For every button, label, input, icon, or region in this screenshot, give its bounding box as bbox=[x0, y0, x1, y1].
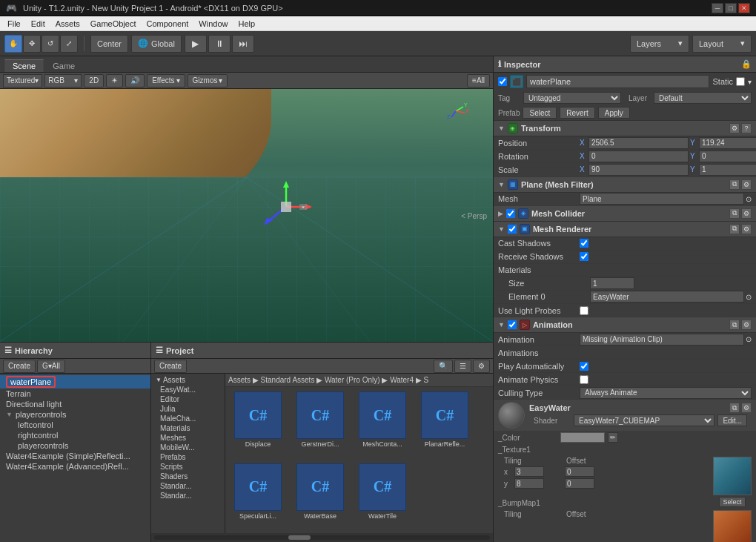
effects-dropdown[interactable]: Effects ▾ bbox=[147, 74, 185, 87]
tree-mobilew[interactable]: MobileW... bbox=[153, 443, 223, 452]
position-y[interactable] bbox=[699, 137, 756, 149]
tree-easywater[interactable]: EasyWat... bbox=[153, 385, 223, 394]
light-probes-checkbox[interactable] bbox=[580, 306, 588, 315]
gizmos-dropdown[interactable]: Gizmos ▾ bbox=[188, 74, 228, 87]
sound-toggle[interactable]: 🔊 bbox=[125, 74, 145, 87]
minimize-button[interactable]: ─ bbox=[712, 3, 723, 13]
asset-planarrefle[interactable]: C# PlanarRefle... bbox=[415, 390, 474, 459]
play-button[interactable]: ▶ bbox=[185, 35, 207, 53]
animation-select-icon[interactable]: ⊙ bbox=[746, 335, 752, 343]
viewport[interactable]: × Y X Z < Persp bbox=[0, 89, 493, 342]
play-auto-checkbox[interactable] bbox=[580, 362, 588, 371]
asset-waterbase[interactable]: C# WaterBase bbox=[291, 462, 350, 531]
tree-standard1[interactable]: Standar... bbox=[153, 481, 223, 491]
hierarchy-item-terrain[interactable]: Terrain bbox=[0, 389, 150, 399]
position-x[interactable] bbox=[588, 137, 689, 149]
asset-gerstnerdi[interactable]: C# GerstnerDi... bbox=[291, 390, 350, 459]
meshrenderer-section-header[interactable]: ▼ ▣ Mesh Renderer ⧉ ⚙ bbox=[494, 222, 756, 237]
tree-julia[interactable]: Julia bbox=[153, 404, 223, 414]
tool-move[interactable]: ✥ bbox=[23, 35, 41, 53]
lighting-toggle[interactable]: ☀ bbox=[106, 74, 123, 87]
tree-scripts[interactable]: Scripts bbox=[153, 462, 223, 472]
transform-docs-icon[interactable]: ? bbox=[741, 123, 752, 133]
hierarchy-item-playercontrols2[interactable]: playercontrols bbox=[0, 440, 150, 451]
color-swatch[interactable] bbox=[560, 432, 605, 443]
texture1-offset-y[interactable] bbox=[565, 478, 594, 489]
texture1-offset-x[interactable] bbox=[565, 466, 594, 477]
asset-watertile[interactable]: C# WaterTile bbox=[353, 462, 412, 531]
animation-enabled-checkbox[interactable] bbox=[508, 320, 517, 329]
layer-select[interactable]: Default bbox=[654, 92, 752, 104]
hierarchy-item-water4simple[interactable]: Water4Example (Simple)Reflecti... bbox=[0, 451, 150, 461]
close-button[interactable]: ✕ bbox=[738, 3, 750, 13]
transform-settings-icon[interactable]: ⚙ bbox=[729, 123, 740, 133]
tree-malecha[interactable]: MaleCha... bbox=[153, 414, 223, 423]
meshrenderer-copy-icon[interactable]: ⧉ bbox=[729, 224, 740, 234]
tab-scene[interactable]: Scene bbox=[4, 59, 44, 72]
view-mode-dropdown[interactable]: Textured ▾ bbox=[3, 74, 42, 87]
tree-assets[interactable]: ▼ Assets bbox=[153, 375, 223, 385]
pause-button[interactable]: ⏸ bbox=[208, 35, 231, 53]
tab-game[interactable]: Game bbox=[45, 59, 82, 72]
asset-meshconta[interactable]: C# MeshConta... bbox=[353, 390, 412, 459]
step-button[interactable]: ⏭ bbox=[232, 35, 254, 53]
search-scene[interactable]: ≡All bbox=[467, 74, 490, 87]
prefab-revert-btn[interactable]: Revert bbox=[560, 107, 594, 119]
prefab-select-btn[interactable]: Select bbox=[523, 107, 557, 119]
pivot-toggle[interactable]: Center bbox=[90, 35, 128, 53]
tool-hand[interactable]: ✋ bbox=[4, 35, 22, 53]
scale-x[interactable] bbox=[588, 164, 689, 176]
lock-icon[interactable]: 🔒 bbox=[741, 59, 752, 69]
static-dropdown[interactable]: ▾ bbox=[748, 78, 752, 86]
meshfilter-section-header[interactable]: ▼ ▦ Plane (Mesh Filter) ⧉ ⚙ bbox=[494, 177, 756, 193]
project-scrollbar[interactable] bbox=[151, 533, 493, 542]
menu-component[interactable]: Component bbox=[142, 19, 193, 29]
asset-specularli[interactable]: C# SpecularLi... bbox=[228, 462, 288, 531]
meshrenderer-settings-icon[interactable]: ⚙ bbox=[741, 224, 752, 234]
hierarchy-item-leftcontrol[interactable]: leftcontrol bbox=[0, 420, 150, 430]
culling-type-select[interactable]: Always Animate bbox=[580, 387, 752, 399]
asset-displace[interactable]: C# Displace bbox=[228, 390, 288, 459]
hierarchy-search[interactable]: G▾All bbox=[37, 360, 65, 373]
meshcollider-settings-icon[interactable]: ⚙ bbox=[741, 208, 752, 219]
object-name-input[interactable] bbox=[526, 75, 709, 88]
hierarchy-item-dirlight[interactable]: Directional light bbox=[0, 399, 150, 409]
tree-editor[interactable]: Editor bbox=[153, 394, 223, 404]
color-mode-dropdown[interactable]: RGB ▾ bbox=[44, 74, 82, 87]
hierarchy-item-rightcontrol[interactable]: rightcontrol bbox=[0, 430, 150, 440]
transform-section-header[interactable]: ▼ ⊕ Transform ⚙ ? bbox=[494, 121, 756, 136]
animation-settings-icon[interactable]: ⚙ bbox=[741, 320, 752, 330]
element0-select-icon[interactable]: ⊙ bbox=[746, 293, 752, 301]
scale-y[interactable] bbox=[699, 164, 756, 176]
easywater-settings-icon[interactable]: ⚙ bbox=[741, 403, 752, 413]
menu-assets[interactable]: Assets bbox=[51, 19, 84, 29]
menu-window[interactable]: Window bbox=[194, 19, 232, 29]
color-edit-btn[interactable]: ✏ bbox=[608, 432, 618, 443]
tree-materials[interactable]: Materials bbox=[153, 423, 223, 433]
layout-dropdown[interactable]: Layout ▾ bbox=[692, 35, 752, 53]
hierarchy-item-waterplane[interactable]: waterPlane bbox=[0, 375, 150, 389]
project-filter[interactable]: ☰ bbox=[454, 360, 471, 373]
hierarchy-create-btn[interactable]: Create bbox=[3, 360, 36, 373]
project-search-icon[interactable]: 🔍 bbox=[434, 360, 453, 373]
2d-toggle[interactable]: 2D bbox=[84, 74, 104, 87]
shader-select[interactable]: EasyWater7_CUBEMAP bbox=[574, 414, 714, 426]
animation-copy-icon[interactable]: ⧉ bbox=[729, 320, 740, 330]
cast-shadows-checkbox[interactable] bbox=[580, 239, 588, 248]
meshcollider-enabled-checkbox[interactable] bbox=[506, 209, 515, 218]
easywater-copy-icon[interactable]: ⧉ bbox=[729, 403, 740, 413]
tree-standard2[interactable]: Standar... bbox=[153, 491, 223, 500]
project-create-btn[interactable]: Create bbox=[154, 360, 187, 373]
object-active-checkbox[interactable] bbox=[498, 77, 507, 86]
element0-input[interactable] bbox=[590, 291, 744, 303]
materials-size-input[interactable] bbox=[590, 277, 634, 289]
meshrenderer-enabled-checkbox[interactable] bbox=[508, 225, 517, 234]
animate-physics-checkbox[interactable] bbox=[580, 375, 588, 384]
texture1-tiling-y[interactable] bbox=[514, 478, 544, 489]
tag-select[interactable]: Untagged bbox=[523, 92, 621, 104]
animation-clip-input[interactable] bbox=[580, 334, 744, 346]
mesh-value[interactable] bbox=[580, 193, 744, 205]
tree-shaders[interactable]: Shaders bbox=[153, 472, 223, 481]
tool-scale[interactable]: ⤢ bbox=[60, 35, 78, 53]
maximize-button[interactable]: □ bbox=[725, 3, 737, 13]
